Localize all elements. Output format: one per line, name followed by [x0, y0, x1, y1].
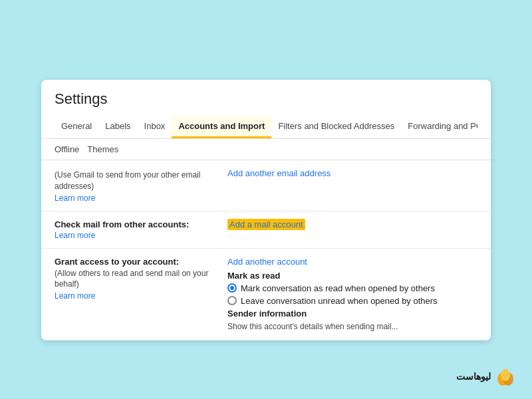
- tab-filters[interactable]: Filters and Blocked Addresses: [271, 116, 401, 138]
- grant-access-row: Grant access to your account: (Allow oth…: [41, 249, 491, 341]
- check-mail-label: Check mail from other accounts:: [55, 219, 227, 229]
- send-mail-content: Add another email address: [227, 168, 477, 178]
- radio-leave-unread-icon: [227, 296, 237, 305]
- logo-area: لیوهاست: [456, 366, 516, 387]
- add-mail-account-link[interactable]: Add a mail account: [227, 219, 305, 230]
- tab-general[interactable]: General: [55, 116, 98, 138]
- mark-as-read-group: Mark as read Mark conversation as read w…: [227, 271, 477, 306]
- settings-header: Settings General Labels Inbox Accounts a…: [41, 80, 491, 139]
- grant-access-desc: (Allow others to read and send mail on y…: [55, 268, 227, 291]
- send-mail-learn-more[interactable]: Learn more: [55, 194, 95, 203]
- logo-icon: [495, 366, 516, 387]
- tabs-row: General Labels Inbox Accounts and Import…: [55, 116, 477, 138]
- svg-point-2: [501, 369, 510, 381]
- tab-forwarding[interactable]: Forwarding and POP/IMAP: [401, 116, 477, 138]
- tab-accounts-import[interactable]: Accounts and Import: [172, 116, 271, 138]
- grant-access-label: Grant access to your account:: [55, 257, 227, 267]
- sender-info-section: Sender information Show this account's d…: [227, 309, 477, 332]
- radio-item-mark-read[interactable]: Mark conversation as read when opened by…: [227, 283, 477, 293]
- settings-title: Settings: [55, 90, 477, 108]
- sender-info-desc: Show this account's details when sending…: [227, 321, 477, 332]
- logo-text: لیوهاست: [456, 371, 491, 382]
- radio-mark-read-label: Mark conversation as read when opened by…: [241, 283, 435, 293]
- mark-as-read-label: Mark as read: [227, 271, 477, 281]
- grant-access-label-area: Grant access to your account: (Allow oth…: [55, 257, 227, 301]
- tab-labels[interactable]: Labels: [98, 116, 137, 138]
- radio-mark-read-icon: [227, 283, 237, 293]
- sub-tab-themes[interactable]: Themes: [87, 143, 118, 156]
- add-another-account-link[interactable]: Add another account: [227, 257, 307, 267]
- check-mail-label-area: Check mail from other accounts: Learn mo…: [55, 219, 227, 240]
- check-mail-learn-more[interactable]: Learn more: [55, 231, 95, 240]
- grant-access-learn-more[interactable]: Learn more: [55, 291, 95, 301]
- grant-access-content: Add another account Mark as read Mark co…: [227, 257, 477, 332]
- settings-panel: Settings General Labels Inbox Accounts a…: [41, 80, 491, 340]
- check-mail-content: Add a mail account: [227, 219, 477, 229]
- sub-tabs-row: Offline Themes: [41, 139, 491, 160]
- check-mail-row: Check mail from other accounts: Learn mo…: [41, 211, 491, 249]
- settings-body: (Use Gmail to send from your other email…: [41, 160, 491, 340]
- radio-leave-unread-label: Leave conversation unread when opened by…: [241, 296, 438, 306]
- send-mail-desc: (Use Gmail to send from your other email…: [55, 170, 227, 192]
- add-email-address-link[interactable]: Add another email address: [227, 168, 331, 178]
- radio-item-leave-unread[interactable]: Leave conversation unread when opened by…: [227, 296, 477, 306]
- send-mail-row: (Use Gmail to send from your other email…: [41, 160, 491, 211]
- send-mail-label-area: (Use Gmail to send from your other email…: [55, 168, 227, 203]
- sender-info-title: Sender information: [227, 309, 477, 319]
- sub-tab-offline[interactable]: Offline: [55, 143, 79, 156]
- tab-inbox[interactable]: Inbox: [138, 116, 172, 138]
